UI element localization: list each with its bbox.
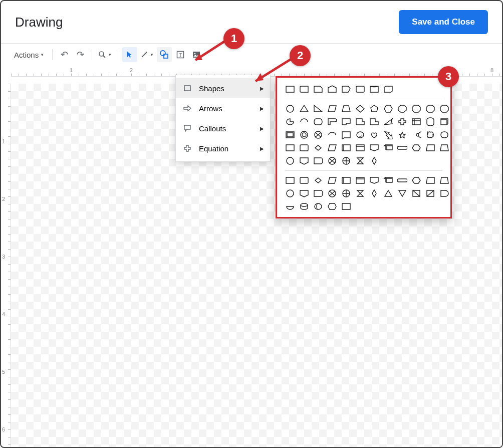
- shape-option[interactable]: [313, 117, 323, 126]
- shape-option[interactable]: [369, 176, 379, 185]
- shape-option[interactable]: [411, 104, 421, 113]
- shape-option[interactable]: [411, 143, 421, 152]
- save-and-close-button[interactable]: Save and Close: [399, 10, 488, 34]
- shape-option[interactable]: [355, 104, 365, 113]
- shape-option[interactable]: [313, 176, 323, 185]
- shape-tool[interactable]: [157, 47, 172, 62]
- shape-option[interactable]: [369, 156, 379, 165]
- actions-menu[interactable]: Actions▼: [10, 47, 48, 62]
- shape-option[interactable]: [299, 104, 309, 113]
- shape-option[interactable]: [285, 130, 295, 139]
- shape-option[interactable]: [383, 117, 393, 126]
- shape-option[interactable]: [383, 176, 393, 185]
- shape-option[interactable]: [411, 117, 421, 126]
- shape-option[interactable]: [355, 156, 365, 165]
- shape-option[interactable]: [341, 117, 351, 126]
- shape-option[interactable]: [313, 85, 323, 94]
- shape-option[interactable]: [341, 202, 351, 211]
- shape-option[interactable]: [411, 130, 421, 139]
- shape-option[interactable]: [327, 130, 337, 139]
- shape-option[interactable]: [313, 130, 323, 139]
- shape-option[interactable]: [299, 156, 309, 165]
- shape-option[interactable]: [397, 143, 407, 152]
- menu-item-arrows[interactable]: Arrows ▶: [176, 98, 270, 118]
- shape-option[interactable]: [327, 156, 337, 165]
- menu-item-equation[interactable]: Equation ▶: [176, 138, 270, 158]
- shape-option[interactable]: [425, 189, 435, 198]
- shape-option[interactable]: [369, 117, 379, 126]
- shape-option[interactable]: [341, 189, 351, 198]
- shape-option[interactable]: [327, 176, 337, 185]
- shape-option[interactable]: [313, 156, 323, 165]
- shape-option[interactable]: [439, 104, 449, 113]
- shape-option[interactable]: [397, 104, 407, 113]
- shape-option[interactable]: [355, 189, 365, 198]
- shape-option[interactable]: [369, 85, 379, 94]
- shape-option[interactable]: [285, 202, 295, 211]
- shape-option[interactable]: [327, 104, 337, 113]
- shape-option[interactable]: [327, 85, 337, 94]
- shape-option[interactable]: [299, 202, 309, 211]
- shape-option[interactable]: [285, 117, 295, 126]
- shape-option[interactable]: [397, 117, 407, 126]
- shape-option[interactable]: [383, 143, 393, 152]
- shape-option[interactable]: [299, 189, 309, 198]
- shape-option[interactable]: [299, 176, 309, 185]
- shape-option[interactable]: [299, 117, 309, 126]
- shape-option[interactable]: [439, 176, 449, 185]
- shape-option[interactable]: [425, 176, 435, 185]
- shape-option[interactable]: [313, 202, 323, 211]
- line-tool[interactable]: ▼: [138, 47, 156, 62]
- shape-option[interactable]: [383, 85, 393, 94]
- shape-option[interactable]: [369, 104, 379, 113]
- redo-button[interactable]: ↷: [73, 47, 88, 62]
- shape-option[interactable]: [439, 117, 449, 126]
- shape-option[interactable]: [397, 130, 407, 139]
- shape-option[interactable]: [341, 130, 351, 139]
- shape-option[interactable]: [313, 189, 323, 198]
- shape-option[interactable]: [285, 156, 295, 165]
- shape-option[interactable]: [369, 143, 379, 152]
- shape-option[interactable]: [285, 143, 295, 152]
- shape-option[interactable]: [285, 104, 295, 113]
- shape-option[interactable]: [285, 189, 295, 198]
- shape-option[interactable]: [411, 176, 421, 185]
- shape-option[interactable]: [299, 85, 309, 94]
- shape-option[interactable]: [299, 143, 309, 152]
- shape-option[interactable]: [369, 189, 379, 198]
- shape-option[interactable]: [341, 143, 351, 152]
- shape-option[interactable]: [355, 130, 365, 139]
- shape-option[interactable]: [355, 176, 365, 185]
- shape-option[interactable]: [355, 117, 365, 126]
- shape-option[interactable]: [341, 176, 351, 185]
- shape-option[interactable]: [355, 143, 365, 152]
- shape-option[interactable]: [397, 176, 407, 185]
- shape-option[interactable]: [313, 143, 323, 152]
- zoom-button[interactable]: ▼: [96, 47, 114, 62]
- shape-option[interactable]: [439, 143, 449, 152]
- shape-option[interactable]: [285, 176, 295, 185]
- shape-option[interactable]: [313, 104, 323, 113]
- shape-option[interactable]: [327, 189, 337, 198]
- shape-option[interactable]: [327, 143, 337, 152]
- shape-option[interactable]: [341, 85, 351, 94]
- shape-option[interactable]: [439, 189, 449, 198]
- menu-item-callouts[interactable]: Callouts ▶: [176, 118, 270, 138]
- shape-option[interactable]: [383, 130, 393, 139]
- shape-option[interactable]: [369, 130, 379, 139]
- shape-option[interactable]: [383, 189, 393, 198]
- shape-option[interactable]: [383, 104, 393, 113]
- shape-option[interactable]: [327, 202, 337, 211]
- textbox-tool[interactable]: T: [173, 47, 188, 62]
- shape-option[interactable]: [341, 156, 351, 165]
- shape-option[interactable]: [425, 117, 435, 126]
- shape-option[interactable]: [355, 85, 365, 94]
- shape-option[interactable]: [327, 117, 337, 126]
- shape-option[interactable]: [397, 189, 407, 198]
- select-tool[interactable]: [122, 47, 137, 62]
- shape-option[interactable]: [425, 104, 435, 113]
- shape-option[interactable]: [439, 130, 449, 139]
- shape-option[interactable]: [341, 104, 351, 113]
- shape-option[interactable]: [425, 143, 435, 152]
- shape-option[interactable]: [411, 189, 421, 198]
